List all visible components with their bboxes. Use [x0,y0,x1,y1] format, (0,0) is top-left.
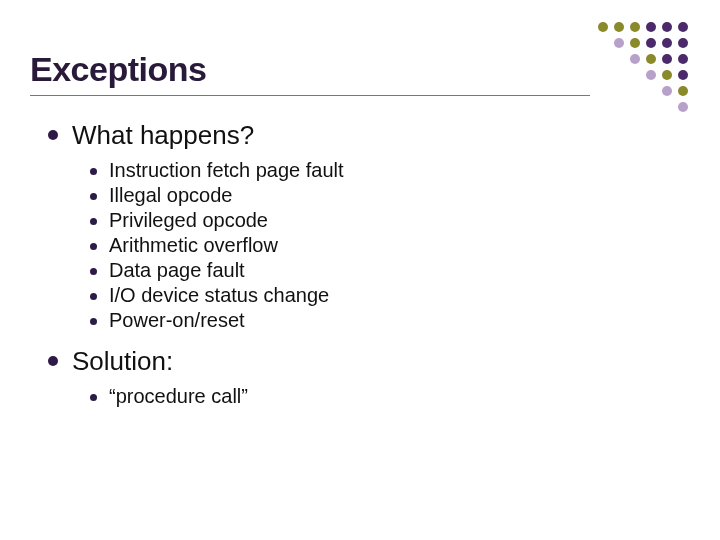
list-item-text: Privileged opcode [109,209,268,232]
bullet-icon [90,243,97,250]
list-item: I/O device status change [90,284,690,307]
list-item: Arithmetic overflow [90,234,690,257]
slide: Exceptions What happens? Instruction fet… [0,0,720,540]
list-item-text: Power-on/reset [109,309,245,332]
slide-title: Exceptions [30,50,690,89]
bullet-icon [48,356,58,366]
bullet-icon [90,268,97,275]
list-item-text: “procedure call” [109,385,248,408]
list-item-text: Illegal opcode [109,184,232,207]
bullet-icon [90,318,97,325]
list-item: Power-on/reset [90,309,690,332]
list-item-text: Arithmetic overflow [109,234,278,257]
bullet-icon [90,293,97,300]
bullet-icon [90,193,97,200]
decorative-dot-grid [598,22,692,116]
list-item: Illegal opcode [90,184,690,207]
section-items: “procedure call” [90,385,690,408]
section-items: Instruction fetch page fault Illegal opc… [90,159,690,332]
list-item: “procedure call” [90,385,690,408]
section-heading: Solution: [48,346,690,377]
bullet-icon [90,394,97,401]
section-heading-text: What happens? [72,120,254,151]
list-item-text: Instruction fetch page fault [109,159,344,182]
bullet-icon [90,168,97,175]
list-item: Data page fault [90,259,690,282]
title-underline [30,95,590,96]
section-heading: What happens? [48,120,690,151]
bullet-icon [48,130,58,140]
section-heading-text: Solution: [72,346,173,377]
list-item-text: I/O device status change [109,284,329,307]
bullet-icon [90,218,97,225]
list-item-text: Data page fault [109,259,245,282]
list-item: Privileged opcode [90,209,690,232]
list-item: Instruction fetch page fault [90,159,690,182]
